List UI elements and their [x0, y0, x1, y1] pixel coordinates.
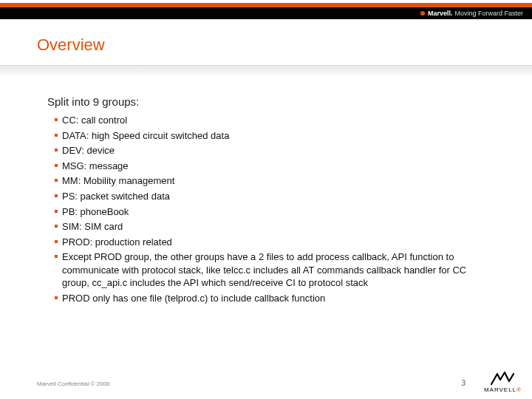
slide-content: Split into 9 groups: CC: call control DA… [37, 95, 495, 307]
list-item: PROD: production related [55, 236, 495, 249]
header-brand: Marvell. [428, 10, 453, 17]
list-item-text: PROD only has one file (telprod.c) to in… [62, 292, 495, 305]
list-item: PS: packet switched data [55, 190, 495, 203]
header-bullet-icon [420, 11, 425, 16]
list-item: DEV: device [55, 144, 495, 157]
square-bullet-icon [55, 144, 61, 157]
square-bullet-icon [55, 174, 61, 188]
footer-confidential: Marvell Confidential © 2008 [37, 381, 109, 387]
slide-title: Overview [37, 35, 105, 55]
square-bullet-icon [55, 292, 61, 305]
list-item: PB: phoneBook [55, 205, 495, 219]
title-underline-gradient [0, 65, 532, 78]
list-item: MSG: message [55, 160, 495, 173]
main-bullet-text: Split into 9 groups: [47, 95, 139, 109]
list-item-text: PS: packet switched data [62, 190, 495, 203]
logo-text: MARVELL [484, 386, 516, 393]
square-bullet-icon [55, 250, 61, 290]
main-bullet-row: Split into 9 groups: [37, 95, 495, 109]
marvell-logo: MARVELL® [484, 371, 522, 393]
list-item-text: DEV: device [62, 144, 495, 157]
page-number: 3 [461, 379, 466, 387]
list-item-text: PROD: production related [62, 236, 495, 249]
square-bullet-icon [55, 190, 61, 203]
list-item: MM: Mobility management [55, 174, 495, 188]
list-item-text: DATA: high Speed circuit switched data [62, 129, 495, 143]
square-bullet-icon [55, 129, 61, 143]
list-item: Except PROD group, the other groups have… [55, 250, 495, 290]
header-tagline: Moving Forward Faster [454, 10, 523, 17]
sub-bullet-list: CC: call control DATA: high Speed circui… [55, 114, 495, 304]
list-item-text: MSG: message [62, 160, 495, 173]
square-bullet-icon [55, 114, 61, 127]
list-item-text: SIM: SIM card [62, 220, 495, 233]
square-bullet-icon [55, 160, 61, 173]
header-black-bar: Marvell. Moving Forward Faster [0, 7, 532, 19]
list-item: CC: call control [55, 114, 495, 127]
registered-icon: ® [516, 386, 522, 393]
marvell-logo-icon [490, 371, 515, 386]
list-item-text: CC: call control [62, 114, 495, 127]
square-bullet-icon [55, 220, 61, 233]
list-item: SIM: SIM card [55, 220, 495, 233]
square-bullet-icon [55, 236, 61, 249]
square-bullet-icon [55, 205, 61, 219]
list-item: PROD only has one file (telprod.c) to in… [55, 292, 495, 305]
list-item-text: Except PROD group, the other groups have… [62, 250, 495, 290]
list-item: DATA: high Speed circuit switched data [55, 129, 495, 143]
list-item-text: MM: Mobility management [62, 174, 495, 188]
bullet-icon [37, 95, 47, 109]
list-item-text: PB: phoneBook [62, 205, 495, 219]
